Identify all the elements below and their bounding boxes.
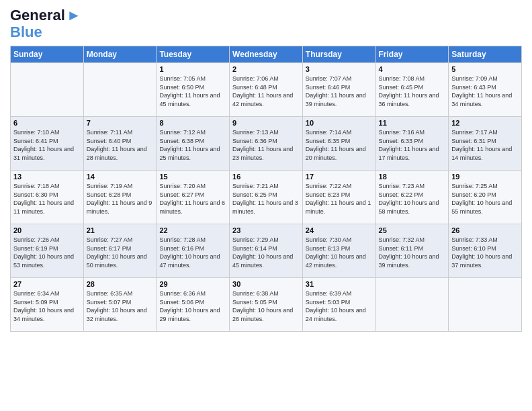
day-info: Sunrise: 7:07 AM Sunset: 6:46 PM Dayligh… — [306, 75, 373, 108]
day-info: Sunrise: 7:06 AM Sunset: 6:48 PM Dayligh… — [232, 75, 300, 108]
day-info: Sunrise: 6:36 AM Sunset: 5:06 PM Dayligh… — [159, 289, 226, 323]
day-info: Sunrise: 7:16 AM Sunset: 6:33 PM Dayligh… — [379, 128, 446, 162]
calendar-cell: 3Sunrise: 7:07 AM Sunset: 6:46 PM Daylig… — [302, 63, 375, 117]
day-number: 1 — [159, 65, 226, 73]
header: General ► Blue — [10, 7, 522, 40]
calendar-table: SundayMondayTuesdayWednesdayThursdayFrid… — [10, 46, 522, 332]
day-number: 25 — [379, 226, 446, 234]
day-number: 26 — [451, 226, 519, 234]
calendar-cell: 1Sunrise: 7:05 AM Sunset: 6:50 PM Daylig… — [157, 63, 230, 117]
calendar-cell: 7Sunrise: 7:11 AM Sunset: 6:40 PM Daylig… — [83, 117, 157, 171]
day-number: 29 — [159, 280, 226, 288]
calendar-cell: 15Sunrise: 7:20 AM Sunset: 6:27 PM Dayli… — [157, 171, 230, 224]
day-info: Sunrise: 7:27 AM Sunset: 6:17 PM Dayligh… — [87, 236, 154, 269]
weekday-header-row: SundayMondayTuesdayWednesdayThursdayFrid… — [11, 46, 522, 63]
day-info: Sunrise: 7:32 AM Sunset: 6:11 PM Dayligh… — [379, 236, 446, 269]
day-info: Sunrise: 7:30 AM Sunset: 6:13 PM Dayligh… — [306, 236, 373, 269]
day-number: 13 — [13, 173, 81, 181]
day-number: 21 — [87, 226, 154, 234]
calendar-week-row: 1Sunrise: 7:05 AM Sunset: 6:50 PM Daylig… — [11, 63, 522, 117]
day-info: Sunrise: 6:34 AM Sunset: 5:09 PM Dayligh… — [13, 289, 81, 323]
calendar-cell — [449, 278, 522, 332]
calendar-cell: 6Sunrise: 7:10 AM Sunset: 6:41 PM Daylig… — [11, 117, 84, 171]
day-number: 9 — [232, 119, 300, 127]
day-info: Sunrise: 7:18 AM Sunset: 6:30 PM Dayligh… — [13, 182, 81, 216]
logo-blue: Blue — [10, 24, 42, 40]
day-info: Sunrise: 7:08 AM Sunset: 6:45 PM Dayligh… — [379, 75, 446, 108]
calendar-cell: 26Sunrise: 7:33 AM Sunset: 6:10 PM Dayli… — [449, 224, 522, 278]
day-info: Sunrise: 6:39 AM Sunset: 5:03 PM Dayligh… — [306, 289, 373, 323]
calendar-cell: 5Sunrise: 7:09 AM Sunset: 6:43 PM Daylig… — [449, 63, 522, 117]
day-info: Sunrise: 7:12 AM Sunset: 6:38 PM Dayligh… — [159, 128, 226, 162]
day-number: 12 — [451, 119, 519, 127]
day-info: Sunrise: 7:09 AM Sunset: 6:43 PM Dayligh… — [451, 75, 519, 108]
weekday-header-friday: Friday — [375, 46, 449, 63]
calendar-cell: 23Sunrise: 7:29 AM Sunset: 6:14 PM Dayli… — [230, 224, 303, 278]
day-number: 19 — [451, 173, 519, 181]
calendar-cell: 27Sunrise: 6:34 AM Sunset: 5:09 PM Dayli… — [11, 278, 84, 332]
calendar-cell: 18Sunrise: 7:23 AM Sunset: 6:22 PM Dayli… — [375, 171, 449, 224]
page-container: General ► Blue SundayMondayTuesdayWednes… — [0, 0, 532, 338]
day-number: 22 — [159, 226, 226, 234]
weekday-header-thursday: Thursday — [302, 46, 375, 63]
day-number: 31 — [306, 280, 373, 288]
calendar-cell: 16Sunrise: 7:21 AM Sunset: 6:25 PM Dayli… — [230, 171, 303, 224]
day-number: 17 — [306, 173, 373, 181]
day-info: Sunrise: 7:26 AM Sunset: 6:19 PM Dayligh… — [13, 236, 81, 269]
day-number: 3 — [306, 65, 373, 73]
calendar-cell: 4Sunrise: 7:08 AM Sunset: 6:45 PM Daylig… — [375, 63, 449, 117]
weekday-header-wednesday: Wednesday — [230, 46, 303, 63]
calendar-cell: 19Sunrise: 7:25 AM Sunset: 6:20 PM Dayli… — [449, 171, 522, 224]
day-info: Sunrise: 7:05 AM Sunset: 6:50 PM Dayligh… — [159, 75, 226, 108]
calendar-cell: 28Sunrise: 6:35 AM Sunset: 5:07 PM Dayli… — [83, 278, 157, 332]
day-number: 27 — [13, 280, 81, 288]
day-info: Sunrise: 7:11 AM Sunset: 6:40 PM Dayligh… — [87, 128, 154, 162]
day-number: 11 — [379, 119, 446, 127]
weekday-header-sunday: Sunday — [11, 46, 84, 63]
day-info: Sunrise: 7:14 AM Sunset: 6:35 PM Dayligh… — [306, 128, 373, 162]
day-info: Sunrise: 7:22 AM Sunset: 6:23 PM Dayligh… — [306, 182, 373, 216]
calendar-week-row: 6Sunrise: 7:10 AM Sunset: 6:41 PM Daylig… — [11, 117, 522, 171]
day-number: 16 — [232, 173, 300, 181]
calendar-cell: 30Sunrise: 6:38 AM Sunset: 5:05 PM Dayli… — [230, 278, 303, 332]
day-number: 10 — [306, 119, 373, 127]
calendar-cell: 13Sunrise: 7:18 AM Sunset: 6:30 PM Dayli… — [11, 171, 84, 224]
day-info: Sunrise: 7:10 AM Sunset: 6:41 PM Dayligh… — [13, 128, 81, 162]
calendar-cell: 8Sunrise: 7:12 AM Sunset: 6:38 PM Daylig… — [157, 117, 230, 171]
day-number: 18 — [379, 173, 446, 181]
calendar-cell: 29Sunrise: 6:36 AM Sunset: 5:06 PM Dayli… — [157, 278, 230, 332]
calendar-cell — [11, 63, 84, 117]
day-number: 5 — [451, 65, 519, 73]
calendar-cell: 14Sunrise: 7:19 AM Sunset: 6:28 PM Dayli… — [83, 171, 157, 224]
day-number: 15 — [159, 173, 226, 181]
logo-arrow-icon: ► — [66, 7, 81, 24]
day-number: 24 — [306, 226, 373, 234]
day-info: Sunrise: 7:29 AM Sunset: 6:14 PM Dayligh… — [232, 236, 300, 269]
day-number: 7 — [87, 119, 154, 127]
day-info: Sunrise: 7:25 AM Sunset: 6:20 PM Dayligh… — [451, 182, 519, 216]
calendar-week-row: 13Sunrise: 7:18 AM Sunset: 6:30 PM Dayli… — [11, 171, 522, 224]
day-number: 14 — [87, 173, 154, 181]
calendar-cell — [375, 278, 449, 332]
calendar-cell: 25Sunrise: 7:32 AM Sunset: 6:11 PM Dayli… — [375, 224, 449, 278]
day-number: 2 — [232, 65, 300, 73]
calendar-week-row: 27Sunrise: 6:34 AM Sunset: 5:09 PM Dayli… — [11, 278, 522, 332]
day-number: 23 — [232, 226, 300, 234]
day-number: 8 — [159, 119, 226, 127]
day-info: Sunrise: 7:23 AM Sunset: 6:22 PM Dayligh… — [379, 182, 446, 216]
day-info: Sunrise: 6:38 AM Sunset: 5:05 PM Dayligh… — [232, 289, 300, 323]
logo: General ► Blue — [10, 7, 81, 40]
calendar-cell: 2Sunrise: 7:06 AM Sunset: 6:48 PM Daylig… — [230, 63, 303, 117]
day-info: Sunrise: 7:13 AM Sunset: 6:36 PM Dayligh… — [232, 128, 300, 162]
day-info: Sunrise: 7:33 AM Sunset: 6:10 PM Dayligh… — [451, 236, 519, 269]
calendar-cell: 22Sunrise: 7:28 AM Sunset: 6:16 PM Dayli… — [157, 224, 230, 278]
calendar-cell: 10Sunrise: 7:14 AM Sunset: 6:35 PM Dayli… — [302, 117, 375, 171]
day-number: 30 — [232, 280, 300, 288]
day-number: 4 — [379, 65, 446, 73]
day-info: Sunrise: 7:28 AM Sunset: 6:16 PM Dayligh… — [159, 236, 226, 269]
day-number: 6 — [13, 119, 81, 127]
calendar-cell: 20Sunrise: 7:26 AM Sunset: 6:19 PM Dayli… — [11, 224, 84, 278]
weekday-header-monday: Monday — [83, 46, 157, 63]
calendar-week-row: 20Sunrise: 7:26 AM Sunset: 6:19 PM Dayli… — [11, 224, 522, 278]
day-info: Sunrise: 7:21 AM Sunset: 6:25 PM Dayligh… — [232, 182, 300, 216]
